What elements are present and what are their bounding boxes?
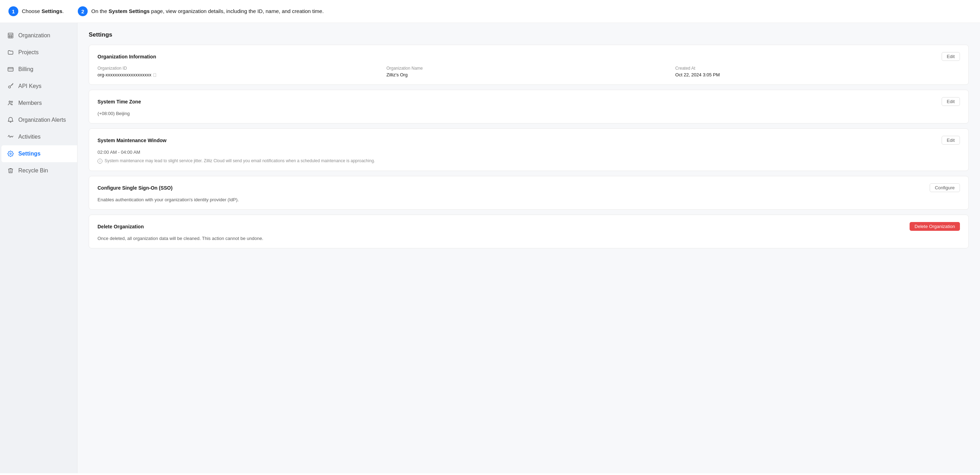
svg-point-13 [10,153,12,155]
svg-point-7 [8,86,11,88]
sidebar-item-api-keys[interactable]: API Keys [0,78,77,95]
sidebar-item-org-alerts[interactable]: Organization Alerts [0,111,77,129]
maintenance-card: System Maintenance Window Edit 02:00 AM … [89,129,969,171]
sidebar-item-label: Projects [18,49,39,56]
step1-badge: 1 [8,6,18,16]
svg-line-9 [12,84,13,85]
step1-instruction: 1 Choose Settings. [8,6,64,16]
sso-title: Configure Single Sign-On (SSO) [97,185,172,191]
org-info-title: Organization Information [97,54,156,59]
org-info-card: Organization Information Edit Organizati… [89,44,969,85]
svg-rect-5 [8,68,13,71]
delete-org-title: Delete Organization [97,224,144,229]
timezone-edit-button[interactable]: Edit [942,97,960,106]
billing-icon [7,66,14,73]
trash-icon [7,167,14,174]
org-name-field: Organization Name Zilliz's Org [387,66,671,78]
step2-bold: System Settings [108,8,150,14]
sidebar-item-label: Organization [18,32,50,39]
copy-icon[interactable]: ⎕ [153,73,156,78]
sidebar-item-label: Organization Alerts [18,117,66,123]
sso-description: Enables authentication with your organiz… [97,197,960,202]
key-icon [7,83,14,90]
timezone-card: System Time Zone Edit (+08:00) Beijing [89,90,969,124]
sidebar-item-label: API Keys [18,83,41,89]
delete-org-card: Delete Organization Delete Organization … [89,214,969,248]
sidebar-item-projects[interactable]: Projects [0,44,77,61]
sidebar-item-label: Recycle Bin [18,167,48,174]
timezone-value: (+08:00) Beijing [97,111,960,116]
maintenance-title: System Maintenance Window [97,138,167,143]
content-area: Settings Organization Information Edit O… [78,23,980,473]
step2-badge: 2 [78,6,88,16]
building-icon [7,32,14,39]
org-name-label: Organization Name [387,66,671,71]
maintenance-note: i System maintenance may lead to slight … [97,158,960,164]
org-info-header: Organization Information Edit [97,52,960,61]
step1-text: Choose Settings. [22,7,64,16]
created-at-field: Created At Oct 22, 2024 3:05 PM [675,66,960,78]
main-layout: Organization Projects Billing [0,23,980,473]
members-icon [7,100,14,106]
sidebar-item-settings[interactable]: Settings [2,145,77,162]
org-id-field: Organization ID org-xxxxxxxxxxxxxxxxxxxx… [97,66,382,78]
step2-text: On the System Settings page, view organi… [91,7,323,16]
sidebar: Organization Projects Billing [0,23,78,473]
org-name-value: Zilliz's Org [387,72,671,78]
alerts-icon [7,116,14,124]
step2-instruction: 2 On the System Settings page, view orga… [78,6,323,16]
sidebar-item-label: Members [18,100,42,106]
svg-rect-0 [8,33,13,38]
maintenance-value: 02:00 AM - 04:00 AM [97,149,960,155]
settings-icon [7,150,14,157]
maintenance-edit-button[interactable]: Edit [942,136,960,145]
sidebar-item-label: Settings [18,151,40,157]
info-circle-icon: i [97,159,102,164]
timezone-title: System Time Zone [97,99,141,105]
sidebar-item-label: Billing [18,66,33,73]
page-title: Settings [89,31,969,38]
timezone-header: System Time Zone Edit [97,97,960,106]
svg-point-12 [11,101,13,102]
delete-org-button[interactable]: Delete Organization [910,222,960,231]
activities-icon [7,133,14,140]
delete-org-header: Delete Organization Delete Organization [97,222,960,231]
sidebar-item-activities[interactable]: Activities [0,129,77,145]
sidebar-item-organization[interactable]: Organization [0,27,77,44]
sso-header: Configure Single Sign-On (SSO) Configure [97,183,960,192]
sidebar-item-recycle-bin[interactable]: Recycle Bin [0,162,77,179]
maintenance-header: System Maintenance Window Edit [97,136,960,145]
sidebar-item-billing[interactable]: Billing [0,61,77,78]
sso-configure-button[interactable]: Configure [930,183,960,192]
svg-point-11 [9,101,11,103]
sso-card: Configure Single Sign-On (SSO) Configure… [89,176,969,210]
org-info-edit-button[interactable]: Edit [942,52,960,61]
svg-line-10 [12,85,12,86]
created-at-value: Oct 22, 2024 3:05 PM [675,72,960,78]
org-id-label: Organization ID [97,66,382,71]
folder-icon [7,49,14,56]
org-info-grid: Organization ID org-xxxxxxxxxxxxxxxxxxxx… [97,66,960,78]
sidebar-item-members[interactable]: Members [0,95,77,111]
delete-org-description: Once deleted, all organization data will… [97,236,960,241]
instruction-bar: 1 Choose Settings. 2 On the System Setti… [0,0,980,23]
org-id-value: org-xxxxxxxxxxxxxxxxxxxx ⎕ [97,72,382,78]
created-at-label: Created At [675,66,960,71]
step1-bold: Settings [41,8,62,14]
sidebar-item-label: Activities [18,134,40,140]
